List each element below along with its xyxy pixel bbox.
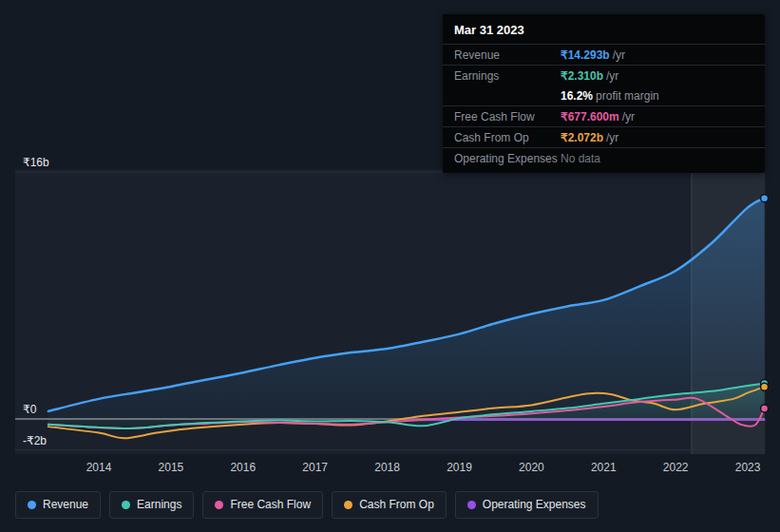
series-marker-revenue (761, 195, 769, 202)
legend-dot-earnings (122, 501, 130, 509)
area-fill-revenue (48, 199, 765, 419)
x-axis-label-2018: 2018 (374, 461, 400, 474)
tooltip-row-suffix: /yr (613, 48, 625, 62)
y-axis-label--16b: ₹16b (23, 156, 49, 169)
legend-label-revenue: Revenue (43, 499, 88, 511)
x-axis-label-2021: 2021 (591, 461, 617, 474)
tooltip-row-value: ₹2.310b (561, 69, 603, 83)
tooltip-row-suffix: /yr (606, 131, 618, 144)
x-axis-label-2020: 2020 (519, 461, 544, 474)
tooltip-row-cash-from-op: Cash From Op₹2.072b /yr (443, 126, 765, 147)
chart-legend: RevenueEarningsFree Cash FlowCash From O… (15, 491, 599, 519)
legend-item-operating-expenses[interactable]: Operating Expenses (455, 491, 599, 519)
legend-dot-revenue (28, 501, 36, 509)
tooltip-row-earnings: Earnings₹2.310b /yr (443, 65, 765, 86)
x-axis-label-2016: 2016 (230, 461, 256, 474)
legend-dot-free-cash-flow (215, 501, 223, 509)
legend-label-cash-from-op: Cash From Op (359, 499, 434, 511)
tooltip-row-label: Revenue (454, 48, 561, 62)
legend-label-free-cash-flow: Free Cash Flow (230, 499, 311, 511)
legend-item-revenue[interactable]: Revenue (15, 491, 101, 519)
tooltip-row-value: ₹14.293b (561, 48, 610, 62)
tooltip-row-suffix: /yr (606, 69, 618, 83)
tooltip-row-label: Operating Expenses (454, 152, 561, 165)
tooltip-row-revenue: Revenue₹14.293b /yr (443, 44, 765, 65)
legend-label-operating-expenses: Operating Expenses (483, 499, 586, 511)
x-axis-label-2015: 2015 (159, 461, 184, 474)
chart-tooltip: Mar 31 2023 Revenue₹14.293b /yrEarnings₹… (443, 14, 765, 173)
x-axis-label-2014: 2014 (86, 461, 112, 474)
tooltip-row-free-cash-flow: Free Cash Flow₹677.600m /yr (443, 105, 765, 126)
legend-dot-operating-expenses (467, 501, 476, 509)
x-axis-label-2023: 2023 (735, 461, 761, 474)
tooltip-row-label: Cash From Op (454, 131, 561, 144)
legend-label-earnings: Earnings (137, 499, 181, 511)
tooltip-row-value: 16.2% (561, 89, 593, 103)
tooltip-row-profit-margin: 16.2% profit margin (443, 86, 765, 105)
y-axis-label--2b: -₹2b (23, 434, 47, 447)
tooltip-row-value: ₹2.072b (561, 131, 603, 144)
tooltip-row-suffix: profit margin (596, 89, 659, 103)
tooltip-row-operating-expenses: Operating ExpensesNo data (443, 147, 765, 168)
tooltip-row-suffix: /yr (622, 110, 635, 124)
tooltip-row-label: Earnings (454, 69, 561, 83)
tooltip-row-value: ₹677.600m (561, 110, 619, 124)
x-axis: 2014201520162017201820192020202120222023 (0, 461, 780, 476)
tooltip-date: Mar 31 2023 (443, 14, 765, 44)
x-axis-label-2022: 2022 (663, 461, 689, 474)
x-axis-label-2019: 2019 (447, 461, 472, 474)
legend-item-free-cash-flow[interactable]: Free Cash Flow (202, 491, 323, 519)
tooltip-row-value: No data (561, 152, 600, 165)
series-marker-free-cash-flow (761, 405, 769, 412)
y-axis-label--0: ₹0 (23, 403, 36, 416)
legend-item-earnings[interactable]: Earnings (109, 491, 194, 519)
legend-dot-cash-from-op (344, 501, 352, 509)
x-axis-label-2017: 2017 (302, 461, 328, 474)
legend-item-cash-from-op[interactable]: Cash From Op (332, 491, 447, 519)
tooltip-row-label: Free Cash Flow (454, 110, 561, 124)
tooltip-rows: Revenue₹14.293b /yrEarnings₹2.310b /yr16… (443, 44, 765, 168)
series-marker-cash-from-op (761, 383, 769, 390)
